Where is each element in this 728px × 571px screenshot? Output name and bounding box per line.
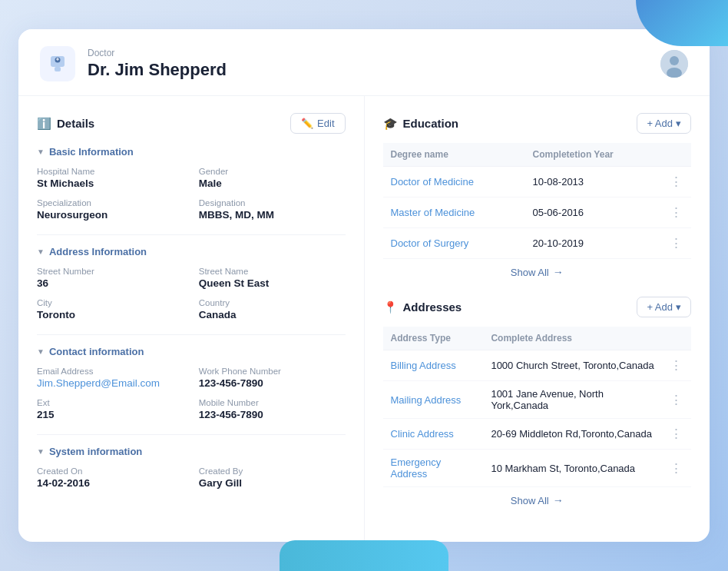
address-type-link[interactable]: Billing Address: [391, 360, 456, 371]
address-menu-cell: ⋮: [662, 419, 691, 450]
address-row-menu-icon[interactable]: ⋮: [670, 427, 683, 441]
dropdown-chevron-icon-2: ▾: [676, 301, 681, 313]
addresses-table-row: Mailing Address 1001 Jane Avenue, North …: [383, 381, 692, 419]
education-table-row: Master of Medicine 05-06-2016 ⋮: [383, 198, 692, 228]
education-degree-link[interactable]: Master of Medicine: [391, 207, 475, 218]
city-field: City Toronto: [37, 298, 184, 320]
addresses-col-type: Address Type: [383, 327, 484, 350]
address-icon: 📍: [383, 300, 398, 314]
education-menu-cell: ⋮: [662, 228, 691, 259]
street-name-label: Street Name: [199, 267, 346, 276]
address-type-cell: Billing Address: [383, 350, 484, 381]
ext-label: Ext: [37, 398, 184, 407]
contact-info-fields: Email Address Jim.Shepperd@Email.com Wor…: [37, 367, 346, 420]
country-field: Country Canada: [199, 298, 346, 320]
address-row-menu-icon[interactable]: ⋮: [670, 358, 683, 373]
svg-rect-4: [58, 58, 58, 61]
education-degree-link[interactable]: Doctor of Medicine: [391, 176, 474, 188]
mobile-label: Mobile Number: [199, 398, 346, 407]
education-year-cell: 20-10-2019: [525, 228, 662, 259]
education-row-menu-icon[interactable]: ⋮: [670, 205, 683, 220]
address-value-cell: 1000 Church Street, Toronto,Canada: [483, 350, 662, 381]
work-phone-field: Work Phone Number 123-456-7890: [199, 367, 346, 389]
specialization-label: Specialization: [37, 198, 184, 207]
address-type-link[interactable]: Mailing Address: [391, 394, 462, 406]
education-row-menu-icon[interactable]: ⋮: [670, 236, 683, 251]
education-degree-cell: Doctor of Surgery: [383, 228, 525, 259]
gender-label: Gender: [199, 167, 346, 176]
education-year-cell: 10-08-2013: [525, 167, 662, 198]
designation-field: Designation MBBS, MD, MM: [199, 198, 346, 221]
created-by-label: Created By: [199, 466, 346, 476]
addresses-table-row: Clinic Address 20-69 Middleton Rd,Toront…: [383, 419, 692, 450]
created-on-value: 14-02-2016: [37, 477, 184, 489]
created-by-value: Gary Gill: [199, 477, 346, 489]
address-type-link[interactable]: Clinic Address: [391, 428, 454, 440]
hospital-name-value: St Michaels: [37, 178, 184, 189]
svg-rect-1: [55, 67, 61, 71]
country-value: Canada: [199, 309, 346, 320]
street-number-label: Street Number: [37, 267, 184, 276]
addresses-title: 📍 Addresses: [383, 300, 462, 314]
mobile-value: 123-456-7890: [199, 409, 346, 420]
addresses-table-row: Billing Address 1000 Church Street, Toro…: [383, 350, 692, 381]
chevron-down-icon-3: ▼: [37, 347, 45, 356]
show-all-arrow-icon: →: [553, 266, 564, 278]
addresses-show-all[interactable]: Show All →: [383, 487, 692, 508]
address-type-cell: Emergency Address: [383, 450, 484, 487]
education-section: 🎓 Education + Add ▾ Degree name Complete…: [383, 113, 692, 280]
address-menu-cell: ⋮: [662, 350, 691, 381]
basic-info-section-header: ▼ Basic Information: [37, 146, 346, 158]
chevron-down-icon-2: ▼: [37, 247, 45, 256]
addresses-table: Address Type Complete Address Billing Ad…: [383, 327, 692, 487]
education-title: 🎓 Education: [383, 117, 459, 131]
details-panel-header: ℹ️ Details ✏️ Edit: [37, 113, 346, 134]
education-row-menu-icon[interactable]: ⋮: [670, 174, 683, 189]
right-panel: 🎓 Education + Add ▾ Degree name Complete…: [365, 96, 710, 542]
header-text: Doctor Dr. Jim Shepperd: [88, 48, 648, 80]
education-table-header-row: Degree name Completetion Year: [383, 143, 692, 167]
street-number-field: Street Number 36: [37, 267, 184, 289]
education-panel-header: 🎓 Education + Add ▾: [383, 113, 692, 134]
created-by-field: Created By Gary Gill: [199, 466, 346, 489]
education-degree-cell: Master of Medicine: [383, 198, 525, 228]
header: Doctor Dr. Jim Shepperd: [18, 29, 710, 96]
addresses-section: 📍 Addresses + Add ▾ Address Type Complet…: [383, 297, 692, 508]
details-title: ℹ️ Details: [37, 117, 94, 131]
education-table: Degree name Completetion Year Doctor of …: [383, 143, 692, 259]
address-info-fields: Street Number 36 Street Name Queen St Ea…: [37, 267, 346, 320]
email-field: Email Address Jim.Shepperd@Email.com: [37, 367, 184, 389]
address-type-cell: Clinic Address: [383, 419, 484, 450]
address-type-link[interactable]: Emergency Address: [391, 456, 442, 480]
address-row-menu-icon[interactable]: ⋮: [670, 393, 683, 407]
street-number-value: 36: [37, 277, 184, 289]
designation-label: Designation: [199, 198, 346, 207]
chevron-down-icon-4: ▼: [37, 447, 45, 456]
content-area: ℹ️ Details ✏️ Edit ▼ Basic Information H…: [18, 96, 710, 542]
contact-info-section-header: ▼ Contact information: [37, 346, 346, 357]
education-col-actions: [662, 143, 691, 167]
address-row-menu-icon[interactable]: ⋮: [670, 461, 683, 476]
city-label: City: [37, 298, 184, 307]
main-card: Doctor Dr. Jim Shepperd ℹ️ Details ✏️ Ed…: [18, 29, 710, 542]
email-value[interactable]: Jim.Shepperd@Email.com: [37, 377, 184, 389]
education-col-year: Completetion Year: [525, 143, 662, 167]
edit-button[interactable]: ✏️ Edit: [290, 113, 345, 134]
education-menu-cell: ⋮: [662, 198, 691, 228]
gender-value: Male: [199, 178, 346, 189]
created-on-field: Created On 14-02-2016: [37, 466, 184, 489]
education-add-button[interactable]: + Add ▾: [637, 113, 691, 134]
work-phone-label: Work Phone Number: [199, 367, 346, 376]
education-year-cell: 05-06-2016: [525, 198, 662, 228]
education-icon: 🎓: [383, 117, 398, 131]
chevron-down-icon: ▼: [37, 148, 45, 156]
dropdown-chevron-icon: ▾: [676, 118, 681, 129]
education-show-all[interactable]: Show All →: [383, 259, 692, 280]
addresses-add-button[interactable]: + Add ▾: [637, 297, 691, 317]
address-type-cell: Mailing Address: [383, 381, 484, 419]
hospital-name-label: Hospital Name: [37, 167, 184, 176]
education-degree-link[interactable]: Doctor of Surgery: [391, 237, 469, 249]
svg-point-6: [670, 56, 679, 65]
email-label: Email Address: [37, 367, 184, 376]
work-phone-value: 123-456-7890: [199, 377, 346, 389]
